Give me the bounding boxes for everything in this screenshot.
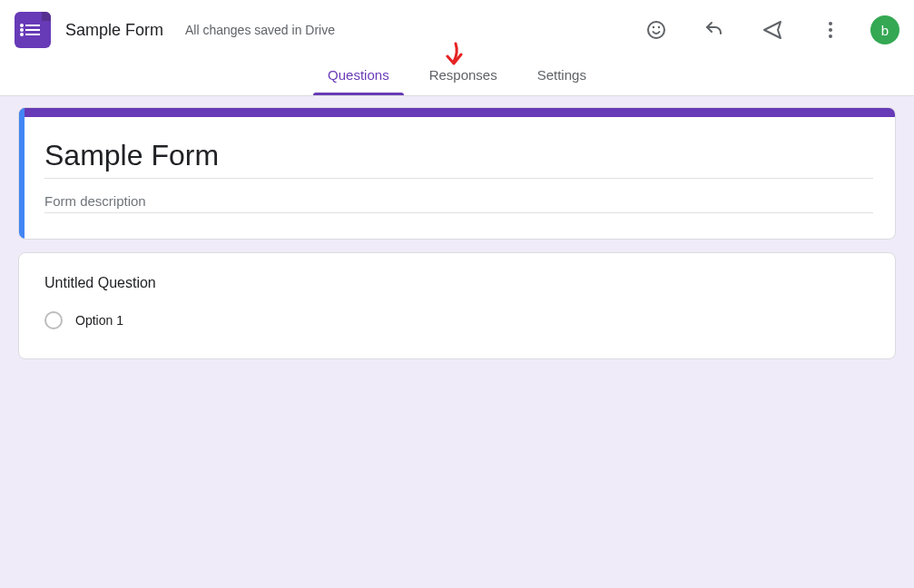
tab-bar: Questions Responses Settings: [0, 60, 914, 96]
question-card[interactable]: Untitled Question Option 1: [18, 252, 896, 359]
account-avatar[interactable]: b: [870, 15, 899, 44]
save-status: All changes saved in Drive: [185, 23, 335, 37]
form-description-input[interactable]: Form description: [44, 190, 873, 213]
tab-questions[interactable]: Questions: [320, 60, 397, 95]
svg-point-1: [653, 26, 654, 28]
header-actions: b: [638, 12, 899, 48]
tab-responses[interactable]: Responses: [422, 60, 505, 95]
svg-point-2: [658, 26, 660, 28]
svg-point-3: [829, 22, 832, 25]
tab-settings[interactable]: Settings: [530, 60, 594, 95]
form-title-input[interactable]: Sample Form: [44, 133, 873, 179]
svg-point-5: [829, 34, 832, 38]
send-button[interactable]: [754, 12, 791, 48]
more-button[interactable]: [812, 12, 849, 48]
question-title[interactable]: Untitled Question: [44, 275, 873, 291]
customize-theme-button[interactable]: [638, 12, 674, 48]
app-header: Sample Form All changes saved in Drive: [0, 0, 914, 60]
undo-button[interactable]: [696, 12, 732, 48]
radio-icon: [44, 311, 63, 329]
title-card[interactable]: Sample Form Form description: [18, 107, 896, 240]
forms-logo-icon[interactable]: [15, 12, 51, 48]
svg-point-0: [648, 22, 664, 38]
form-name[interactable]: Sample Form: [65, 21, 163, 40]
option-label[interactable]: Option 1: [75, 313, 123, 328]
svg-point-4: [829, 28, 832, 32]
option-row: Option 1: [44, 311, 873, 329]
form-canvas: Sample Form Form description Untitled Qu…: [0, 96, 914, 370]
